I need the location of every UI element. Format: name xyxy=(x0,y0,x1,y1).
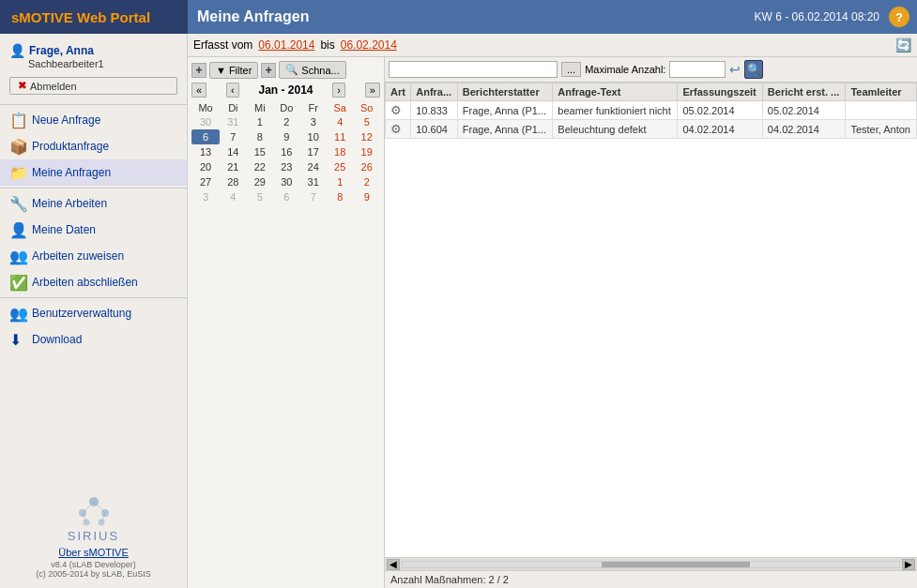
cell-berichterstatter: Frage, Anna (P1... xyxy=(457,120,553,139)
cal-day[interactable]: 1 xyxy=(247,114,273,129)
sidebar-item-meine-daten[interactable]: 👤 Meine Daten xyxy=(0,217,187,243)
cal-day[interactable]: 24 xyxy=(300,159,327,174)
cal-day[interactable]: 1 xyxy=(327,174,353,189)
table-search-input[interactable] xyxy=(389,61,558,78)
produktanfrage-label: Produktanfrage xyxy=(32,140,109,153)
cal-day[interactable]: 13 xyxy=(191,144,220,159)
date-from[interactable]: 06.01.2014 xyxy=(258,38,314,52)
cell-teamleiter xyxy=(846,101,917,120)
cal-day[interactable]: 23 xyxy=(273,159,299,174)
cal-day[interactable]: 28 xyxy=(220,174,246,189)
meine-daten-icon: 👤 xyxy=(9,221,26,238)
cal-day[interactable]: 25 xyxy=(327,159,353,174)
table-row[interactable]: ⚙ 10.604 Frage, Anna (P1... Beleuchtung … xyxy=(386,120,917,139)
cal-next-next-button[interactable]: » xyxy=(365,83,380,98)
cal-day[interactable]: 8 xyxy=(327,189,353,204)
filter-icon: ▼ xyxy=(216,65,226,76)
cal-day[interactable]: 16 xyxy=(273,144,299,159)
cal-header-mo: Mo xyxy=(191,101,220,114)
scroll-right-button[interactable]: ▶ xyxy=(902,559,915,570)
cal-day[interactable]: 19 xyxy=(353,144,380,159)
meine-anfragen-icon: 📁 xyxy=(9,164,26,181)
date-to[interactable]: 06.02.2014 xyxy=(341,38,397,52)
cal-day[interactable]: 18 xyxy=(327,144,353,159)
cal-day[interactable]: 10 xyxy=(300,129,327,144)
cal-header-do: Do xyxy=(273,101,299,114)
col-anfrage-text: Anfrage-Text xyxy=(553,83,678,101)
cal-day[interactable]: 15 xyxy=(247,144,273,159)
cal-day[interactable]: 8 xyxy=(247,129,273,144)
cal-prev-prev-button[interactable]: « xyxy=(191,83,206,98)
cal-day[interactable]: 3 xyxy=(300,114,327,129)
cal-day[interactable]: 14 xyxy=(220,144,246,159)
cal-day[interactable]: 2 xyxy=(353,174,380,189)
scroll-track[interactable] xyxy=(402,561,900,568)
cal-day[interactable]: 2 xyxy=(273,114,299,129)
help-button[interactable]: ? xyxy=(889,7,909,27)
max-input[interactable] xyxy=(669,61,726,78)
cal-day[interactable]: 9 xyxy=(273,129,299,144)
cal-day[interactable]: 20 xyxy=(191,159,220,174)
cal-day[interactable]: 5 xyxy=(353,114,380,129)
cal-day[interactable]: 26 xyxy=(353,159,380,174)
gear-icon: ⚙ xyxy=(390,122,402,136)
cell-bericht-erst: 05.02.2014 xyxy=(762,101,846,120)
sidebar-item-benutzerverwaltung[interactable]: 👥 Benutzerverwaltung xyxy=(0,300,187,326)
cal-day[interactable]: 4 xyxy=(220,189,246,204)
cal-day[interactable]: 6 xyxy=(273,189,299,204)
cal-day[interactable]: 30 xyxy=(191,114,220,129)
cal-day[interactable]: 31 xyxy=(300,174,327,189)
scroll-left-button[interactable]: ◀ xyxy=(387,559,400,570)
header-kw: KW 6 - 06.02.2014 08:20 xyxy=(755,10,889,23)
sidebar-item-arbeiten-zuweisen[interactable]: 👥 Arbeiten zuweisen xyxy=(0,243,187,269)
cal-day[interactable]: 9 xyxy=(353,189,380,204)
cal-day-selected[interactable]: 6 xyxy=(191,129,220,144)
cal-day[interactable]: 7 xyxy=(220,129,246,144)
dots-button[interactable]: ... xyxy=(561,62,581,77)
cal-day[interactable]: 12 xyxy=(353,129,380,144)
sidebar-item-produktanfrage[interactable]: 📦 Produktanfrage xyxy=(0,133,187,159)
cal-day[interactable]: 17 xyxy=(300,144,327,159)
calendar-nav: « ‹ Jan - 2014 › » xyxy=(191,83,380,98)
cal-day[interactable]: 22 xyxy=(247,159,273,174)
search-button[interactable]: 🔍 xyxy=(744,60,763,79)
smotive-link[interactable]: Über sMOTIVE xyxy=(58,547,129,558)
cal-next-button[interactable]: › xyxy=(332,83,345,98)
sidebar-item-meine-arbeiten[interactable]: 🔧 Meine Arbeiten xyxy=(0,190,187,217)
logout-button[interactable]: ✖ Abmelden xyxy=(9,77,177,95)
cal-day[interactable]: 21 xyxy=(220,159,246,174)
col-teamleiter: Teamleiter xyxy=(846,83,917,101)
cal-day[interactable]: 31 xyxy=(220,114,246,129)
col-bericht-erst: Bericht erst. ... xyxy=(762,83,846,101)
cal-day[interactable]: 29 xyxy=(247,174,273,189)
sirius-area: SIRIUS Über sMOTIVE v8.4 (sLAB Developer… xyxy=(0,353,187,588)
cal-day[interactable]: 7 xyxy=(300,189,327,204)
sidebar-item-neue-anfrage[interactable]: 📋 Neue Anfrage xyxy=(0,107,187,133)
sidebar-item-download[interactable]: ⬇ Download xyxy=(0,326,187,353)
version-info: v8.4 (sLAB Developer) (c) 2005-2014 by s… xyxy=(36,560,151,579)
cell-anfrage-text: Beleuchtung defekt xyxy=(553,120,678,139)
logo-s: s xyxy=(11,9,19,25)
cal-day[interactable]: 27 xyxy=(191,174,220,189)
sidebar-item-arbeiten-abschliessen[interactable]: ✅ Arbeiten abschließen xyxy=(0,269,187,295)
filter-button[interactable]: ▼ Filter xyxy=(209,62,258,79)
search-mini-icon: 🔍 xyxy=(285,64,298,76)
cal-day[interactable]: 30 xyxy=(273,174,299,189)
cal-day[interactable]: 3 xyxy=(191,189,220,204)
refresh-icon[interactable]: 🔄 xyxy=(895,38,911,53)
scroll-thumb[interactable] xyxy=(602,562,751,567)
cal-day[interactable]: 4 xyxy=(327,114,353,129)
plus-button2[interactable]: + xyxy=(261,63,276,78)
undo-button[interactable]: ↩ xyxy=(729,62,741,77)
cal-day[interactable]: 11 xyxy=(327,129,353,144)
horizontal-scrollbar: ◀ ▶ xyxy=(385,557,917,570)
cal-day[interactable]: 5 xyxy=(247,189,273,204)
plus-button[interactable]: + xyxy=(191,63,206,78)
sidebar-item-meine-anfragen[interactable]: 📁 Meine Anfragen xyxy=(0,159,187,186)
cal-prev-button[interactable]: ‹ xyxy=(226,83,239,98)
schnell-button[interactable]: 🔍 Schna... xyxy=(279,61,345,79)
sidebar: 👤 Frage, Anna Sachbearbeiter1 ✖ Abmelden… xyxy=(0,34,188,588)
table-row[interactable]: ⚙ 10.833 Frage, Anna (P1... beamer funkt… xyxy=(386,101,917,120)
neue-anfrage-icon: 📋 xyxy=(9,112,26,128)
meine-anfragen-label: Meine Anfragen xyxy=(32,166,111,179)
